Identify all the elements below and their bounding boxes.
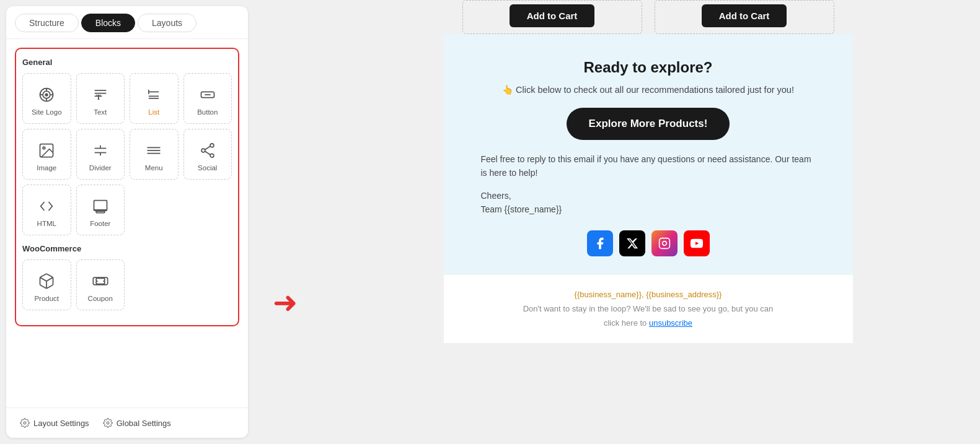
svg-point-26 (201, 149, 205, 152)
unsubscribe-link[interactable]: unsubscribe (649, 318, 692, 328)
global-settings-button[interactable]: Global Settings (98, 416, 176, 430)
block-text[interactable]: T Text (76, 73, 125, 124)
svg-point-2 (46, 94, 48, 96)
svg-rect-32 (96, 211, 105, 212)
block-footer-label: Footer (90, 220, 110, 227)
instagram-icon[interactable] (651, 230, 678, 256)
block-html[interactable]: HTML (22, 185, 71, 235)
blocks-outline: General Site Logo T Text (15, 48, 239, 326)
tab-structure[interactable]: Structure (15, 14, 79, 32)
block-social[interactable]: Social (183, 129, 232, 180)
svg-line-29 (205, 152, 210, 155)
block-button-label: Button (197, 108, 218, 116)
coupon-icon (90, 271, 110, 291)
block-button[interactable]: Button (183, 73, 232, 124)
svg-rect-37 (659, 238, 669, 248)
tab-layouts[interactable]: Layouts (138, 14, 196, 32)
woocommerce-section-label: WooCommerce (22, 244, 232, 253)
left-panel: Structure Blocks Layouts General Site Lo… (6, 6, 248, 438)
footer-icon (90, 196, 110, 216)
image-icon (37, 141, 56, 160)
block-coupon-label: Coupon (88, 295, 113, 302)
block-html-label: HTML (37, 220, 56, 227)
svg-point-36 (107, 422, 109, 424)
woocommerce-blocks-grid: Product Coupon (22, 259, 232, 310)
svg-point-27 (210, 154, 214, 157)
global-settings-label: Global Settings (117, 419, 171, 428)
email-body-text-2: Cheers, Team {{store_name}} (481, 189, 816, 217)
block-social-label: Social (198, 164, 217, 172)
svg-rect-30 (94, 201, 107, 211)
block-product-label: Product (34, 295, 59, 302)
arrow-container: ➜ (254, 161, 316, 444)
svg-text:T: T (96, 94, 101, 102)
email-content-area: Ready to explore? 👆 Click below to check… (444, 34, 853, 275)
settings-icon (20, 418, 30, 428)
add-to-cart-card-2: Add to Cart (655, 0, 834, 34)
add-to-cart-button-2[interactable]: Add to Cart (702, 4, 787, 27)
block-image-label: Image (37, 164, 56, 172)
svg-line-28 (205, 146, 210, 149)
block-site-logo-label: Site Logo (32, 108, 62, 116)
social-icon (198, 141, 218, 160)
block-product[interactable]: Product (22, 259, 71, 310)
layout-settings-button[interactable]: Layout Settings (15, 416, 94, 430)
footer-unsubscribe-line: Don't want to stay in the loop? We'll be… (469, 302, 828, 331)
block-site-logo[interactable]: Site Logo (22, 73, 71, 124)
button-icon (198, 85, 218, 105)
x-twitter-icon[interactable] (619, 230, 645, 256)
cheers-text: Cheers, (481, 191, 511, 201)
add-to-cart-card-1: Add to Cart (462, 0, 642, 34)
team-text: Team {{store_name}} (481, 204, 562, 214)
block-list-label: List (148, 108, 159, 116)
block-image[interactable]: Image (22, 129, 71, 180)
add-to-cart-button-1[interactable]: Add to Cart (510, 4, 595, 27)
svg-point-35 (24, 422, 26, 424)
product-icon (37, 271, 56, 291)
email-subtext: 👆 Click below to check out all our recom… (502, 85, 794, 95)
general-blocks-grid: Site Logo T Text List (22, 73, 232, 235)
block-footer[interactable]: Footer (76, 185, 125, 235)
target-icon (37, 85, 56, 105)
right-panel: Add to Cart Add to Cart Ready to explore… (316, 0, 980, 444)
tabs-container: Structure Blocks Layouts (6, 6, 248, 39)
block-list[interactable]: List (130, 73, 179, 124)
block-divider[interactable]: Divider (76, 129, 125, 180)
bottom-bar: Layout Settings Global Settings (6, 407, 248, 438)
divider-icon (90, 141, 110, 160)
global-settings-icon (103, 418, 113, 428)
menu-icon (144, 141, 164, 160)
youtube-icon[interactable] (684, 230, 710, 256)
svg-point-17 (43, 147, 45, 149)
add-to-cart-row: Add to Cart Add to Cart (444, 0, 853, 34)
svg-point-25 (210, 144, 214, 147)
html-icon (37, 196, 56, 216)
general-section-label: General (22, 58, 232, 67)
footer-business-info: {{business_name}}, {{business_address}} (469, 287, 828, 302)
email-body-text-1: Feel free to reply to this email if you … (481, 152, 816, 180)
right-arrow-icon: ➜ (273, 288, 298, 318)
social-icons-row (587, 230, 710, 256)
list-icon (144, 85, 164, 105)
explore-button[interactable]: Explore More Products! (567, 108, 730, 140)
block-menu[interactable]: Menu (130, 129, 179, 180)
facebook-icon[interactable] (587, 230, 613, 256)
blocks-panel: General Site Logo T Text (6, 39, 248, 407)
email-footer: {{business_name}}, {{business_address}} … (444, 275, 853, 343)
text-icon: T (90, 85, 110, 105)
layout-settings-label: Layout Settings (33, 419, 89, 428)
block-coupon[interactable]: Coupon (76, 259, 125, 310)
block-text-label: Text (94, 108, 107, 116)
tab-blocks[interactable]: Blocks (81, 14, 135, 32)
block-divider-label: Divider (89, 164, 112, 172)
block-menu-label: Menu (145, 164, 163, 172)
email-heading: Ready to explore? (583, 59, 712, 76)
